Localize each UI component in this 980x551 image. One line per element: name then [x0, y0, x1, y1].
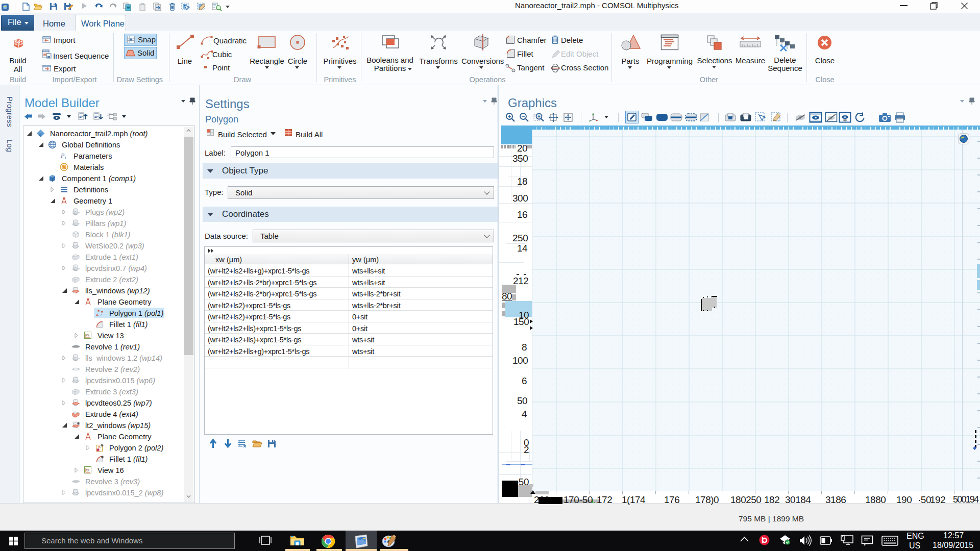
svg-text:P: P	[60, 152, 65, 159]
svg-text:i: i	[65, 155, 66, 160]
svg-text:xy: xy	[86, 468, 90, 472]
svg-text:xy: xy	[86, 333, 90, 337]
